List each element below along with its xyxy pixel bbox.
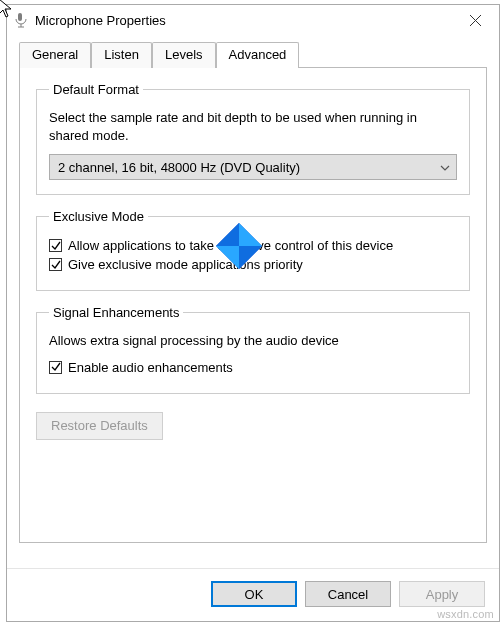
default-format-legend: Default Format bbox=[49, 82, 143, 97]
signal-enhancements-legend: Signal Enhancements bbox=[49, 305, 183, 320]
exclusive-priority-label: Give exclusive mode applications priorit… bbox=[68, 257, 303, 272]
tab-advanced[interactable]: Advanced bbox=[216, 42, 300, 68]
chevron-down-icon bbox=[440, 161, 450, 173]
watermark: wsxdn.com bbox=[437, 608, 494, 620]
svg-rect-0 bbox=[18, 13, 22, 21]
enable-enhancements-label: Enable audio enhancements bbox=[68, 360, 233, 375]
signal-enhancements-description: Allows extra signal processing by the au… bbox=[49, 332, 457, 350]
titlebar: Microphone Properties bbox=[7, 5, 499, 35]
format-dropdown-value: 2 channel, 16 bit, 48000 Hz (DVD Quality… bbox=[58, 160, 440, 175]
allow-exclusive-checkbox[interactable] bbox=[49, 239, 62, 252]
tab-listen[interactable]: Listen bbox=[91, 42, 152, 68]
ok-button[interactable]: OK bbox=[211, 581, 297, 607]
default-format-description: Select the sample rate and bit depth to … bbox=[49, 109, 457, 144]
cursor-icon bbox=[0, 0, 16, 20]
signal-enhancements-group: Signal Enhancements Allows extra signal … bbox=[36, 305, 470, 394]
checkmark-icon bbox=[51, 260, 61, 270]
default-format-group: Default Format Select the sample rate an… bbox=[36, 82, 470, 195]
exclusive-mode-legend: Exclusive Mode bbox=[49, 209, 148, 224]
tab-strip: General Listen Levels Advanced Default F… bbox=[19, 41, 487, 543]
window-title: Microphone Properties bbox=[35, 13, 455, 28]
svg-marker-9 bbox=[239, 246, 262, 269]
close-button[interactable] bbox=[455, 6, 495, 34]
checkmark-icon bbox=[51, 241, 61, 251]
svg-marker-8 bbox=[216, 223, 239, 246]
dialog-footer: OK Cancel Apply bbox=[7, 568, 499, 621]
tab-levels[interactable]: Levels bbox=[152, 42, 216, 68]
tab-content: Default Format Select the sample rate an… bbox=[19, 67, 487, 543]
tab-general[interactable]: General bbox=[19, 42, 91, 68]
svg-marker-6 bbox=[239, 223, 262, 246]
checkmark-icon bbox=[51, 362, 61, 372]
enable-enhancements-checkbox[interactable] bbox=[49, 361, 62, 374]
restore-defaults-button[interactable]: Restore Defaults bbox=[36, 412, 163, 440]
close-icon bbox=[470, 15, 481, 26]
exclusive-priority-checkbox[interactable] bbox=[49, 258, 62, 271]
cancel-button[interactable]: Cancel bbox=[305, 581, 391, 607]
window: Microphone Properties General Listen Lev… bbox=[6, 4, 500, 622]
windows-logo-icon bbox=[216, 223, 262, 269]
svg-marker-7 bbox=[216, 246, 239, 269]
apply-button[interactable]: Apply bbox=[399, 581, 485, 607]
format-dropdown[interactable]: 2 channel, 16 bit, 48000 Hz (DVD Quality… bbox=[49, 154, 457, 180]
